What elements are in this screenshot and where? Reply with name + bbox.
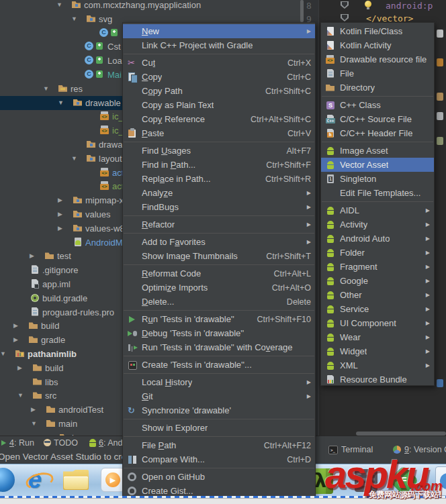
submenu-item-widget[interactable]: Widget▶ [321,344,434,358]
submenu-item-fragment[interactable]: Fragment▶ [321,260,434,274]
chevron-down-icon[interactable]: ▼ [0,347,6,361]
chevron-down-icon[interactable]: ▼ [71,152,77,166]
menu-item-local-history[interactable]: Local History▶ [123,375,315,389]
submenu-item-kotlin-activity[interactable]: Kotlin Activity [321,38,434,52]
menu-item-label: Analyze [142,188,173,198]
chevron-right-icon[interactable]: ▶ [13,319,18,333]
menu-item-reformat-code[interactable]: Reformat CodeCtrl+Alt+L [123,266,315,281]
menu-item-paste[interactable]: PasteCtrl+V [123,126,315,140]
chevron-down-icon[interactable]: ▼ [43,82,49,96]
menu-separator [124,233,314,234]
menu-item-find-usages[interactable]: Find UsagesAlt+F7 [123,144,315,158]
taskbar-folder-icon[interactable] [63,470,89,490]
submenu-item-activity[interactable]: Activity▶ [321,217,434,232]
chevron-down-icon[interactable]: ▼ [44,431,50,436]
submenu-item-ui-component[interactable]: UI Component▶ [321,316,434,330]
submenu-item-drawable-resource-file[interactable]: Drawable resource file [321,52,434,66]
menu-item-optimize-imports[interactable]: Optimize ImportsCtrl+Alt+O [123,281,315,295]
submenu-item-c-c-source-file[interactable]: C/C++ Source File [321,112,434,126]
menu-item-link-c-project-with-gradle[interactable]: Link C++ Project with Gradle [123,38,315,52]
menu-item-show-in-explorer[interactable]: Show in Explorer [123,421,315,435]
submenu-item-android-auto[interactable]: Android Auto▶ [321,232,434,246]
chevron-down-icon[interactable]: ▼ [56,0,62,12]
submenu-item-aidl[interactable]: AIDL▶ [321,203,434,217]
android-icon [87,438,98,448]
menu-item-file-path[interactable]: File PathCtrl+Alt+F12 [123,438,315,452]
submenu-item-file[interactable]: File [321,66,434,81]
submenu-arrow-icon: ▶ [419,264,430,270]
toolwindow-android[interactable]: 6: And [99,436,122,450]
tree-item-com-mcxtzhang-myapplication[interactable]: ▼com.mcxtzhang.myapplication [0,0,302,12]
menu-item-copy-path[interactable]: Copy PathCtrl+Shift+C [123,84,315,98]
menu-item-copy-as-plain-text[interactable]: Copy as Plain Text [123,98,315,112]
menu-item-analyze[interactable]: Analyze▶ [123,186,315,200]
shortcut-label: Ctrl+Shift+F [255,160,311,170]
menu-item-copy-reference[interactable]: Copy ReferenceCtrl+Alt+Shift+C [123,112,315,126]
menu-item-create-tests-in-drawable[interactable]: Create 'Tests in 'drawable''... [123,358,315,372]
menu-item-synchronize-drawable[interactable]: Synchronize 'drawable' [123,403,315,417]
chevron-down-icon[interactable]: ▼ [58,96,64,110]
submenu-item-singleton[interactable]: Singleton [321,172,434,186]
submenu-item-image-asset[interactable]: Image Asset [321,144,434,158]
submenu-item-other[interactable]: Other▶ [321,288,434,302]
submenu-arrow-icon: ▶ [419,278,430,284]
xml-icon [325,54,336,65]
submenu-item-directory[interactable]: Directory [321,81,434,95]
menu-item-refactor[interactable]: Refactor▶ [123,217,315,232]
taskbar-globe-icon[interactable] [0,468,15,492]
bg-fragment [437,93,443,101]
menu-item-findbugs[interactable]: FindBugs▶ [123,200,315,214]
submenu-item-vector-asset[interactable]: Vector Asset [321,158,434,172]
android-icon [325,360,336,371]
chevron-right-icon[interactable]: ▶ [31,403,36,417]
menu-item-label: Create 'Tests in 'drawable''... [142,360,252,370]
chevron-right-icon[interactable]: ▶ [30,249,34,263]
submenu-item-kotlin-file-class[interactable]: Kotlin File/Class [321,24,434,38]
todo-icon [42,438,53,448]
android-label: 6: And [99,438,122,448]
menu-item-replace-in-path[interactable]: Replace in Path...Ctrl+Shift+R [123,172,315,186]
chevron-down-icon[interactable]: ▼ [31,417,37,431]
submenu-item-service[interactable]: Service▶ [321,302,434,316]
submenu-item-wear[interactable]: Wear▶ [321,330,434,344]
submenu-item-c-class[interactable]: C++ Class [321,98,434,112]
chevron-right-icon[interactable]: ▶ [13,333,18,347]
menu-item-git[interactable]: Git▶ [123,389,315,403]
intention-bulb-icon[interactable] [363,0,373,11]
menu-item-cut[interactable]: CutCtrl+X [123,56,315,70]
menu-item-delete[interactable]: Delete...Delete [123,295,315,309]
menu-item-label: C++ Class [340,100,381,110]
chevron-down-icon[interactable]: ▼ [17,389,24,403]
menu-item-open-on-github[interactable]: Open on GitHub [123,470,315,484]
fold-marker-icon[interactable] [339,0,350,11]
chevron-down-icon[interactable]: ▼ [71,12,77,26]
tree-item-label: java [72,431,88,436]
menu-item-show-image-thumbnails[interactable]: Show Image ThumbnailsCtrl+Shift+T [123,249,315,263]
menu-item-compare-with[interactable]: Compare With...Ctrl+D [123,452,315,466]
toolwindow-run[interactable]: 4: Run [9,436,34,450]
toolwindow-todo[interactable]: TODO [54,436,78,450]
folder-icon [32,390,43,401]
menu-item-add-to-favorites[interactable]: Add to Favorites▶ [123,235,315,249]
menu-item-find-in-path[interactable]: Find in Path...Ctrl+Shift+F [123,158,315,172]
submenu-item-resource-bundle[interactable]: Resource Bundle [321,372,434,386]
chevron-right-icon[interactable]: ▶ [17,361,22,375]
submenu-item-c-c-header-file[interactable]: C/C++ Header File [321,126,434,140]
chevron-right-icon[interactable]: ▶ [58,193,62,207]
taskbar-wmp-icon[interactable] [101,468,125,492]
submenu-item-google[interactable]: Google▶ [321,274,434,288]
file-icon [325,68,336,79]
chevron-right-icon[interactable]: ▶ [58,207,62,221]
submenu-item-edit-file-templates[interactable]: Edit File Templates... [321,186,434,200]
chevron-right-icon[interactable]: ▶ [58,221,62,236]
menu-item-new[interactable]: New▶ [123,24,315,38]
menu-item-copy[interactable]: CopyCtrl+C [123,70,315,84]
submenu-item-xml[interactable]: XML▶ [321,358,434,372]
folder-dot-icon [86,139,97,150]
submenu-item-folder[interactable]: Folder▶ [321,246,434,260]
taskbar-ie-icon[interactable] [26,467,54,493]
menu-item-run-tests-in-drawable-with-cov[interactable]: Run 'Tests in 'drawable'' with Coverage [123,340,315,354]
menu-item-debug-tests-in-drawable[interactable]: Debug 'Tests in 'drawable'' [123,326,315,340]
menu-item-run-tests-in-drawable[interactable]: Run 'Tests in 'drawable''Ctrl+Shift+F10 [123,312,315,326]
menu-item-create-gist[interactable]: Create Gist... [123,484,315,497]
